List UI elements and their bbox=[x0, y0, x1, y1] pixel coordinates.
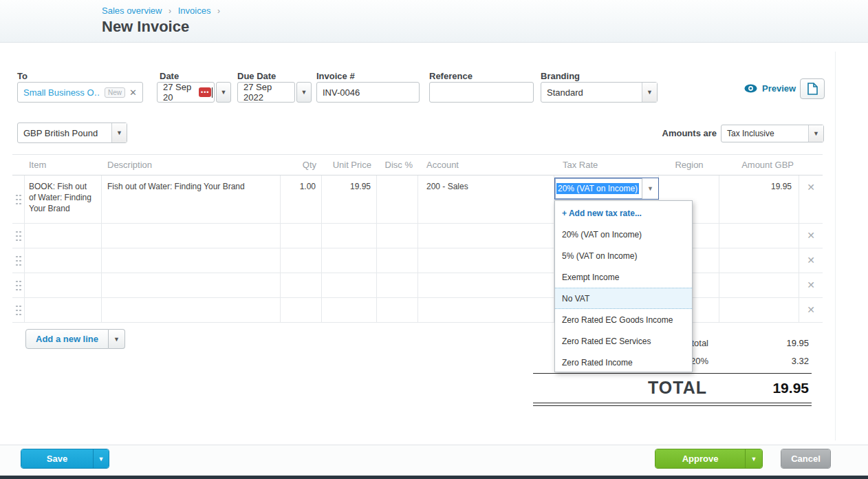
disc-cell[interactable] bbox=[377, 298, 418, 322]
approve-button[interactable]: Approve bbox=[655, 449, 745, 468]
delete-line-button[interactable]: ✕ bbox=[799, 248, 823, 273]
date-label: Date bbox=[160, 71, 179, 81]
drag-handle[interactable] bbox=[12, 273, 25, 297]
description-cell[interactable] bbox=[102, 273, 281, 297]
add-new-line-button[interactable]: Add a new line bbox=[25, 329, 109, 349]
preview-label: Preview bbox=[762, 83, 796, 94]
remove-line-icon: ✕ bbox=[807, 182, 815, 193]
tax-option-exempt-income[interactable]: Exempt Income bbox=[555, 266, 692, 288]
tax-rate-dropdown-list: + Add new tax rate... 20% (VAT on Income… bbox=[554, 200, 693, 372]
tax-option-zero-rated-ec-goods[interactable]: Zero Rated EC Goods Income bbox=[555, 309, 692, 330]
branding-dropdown-arrow[interactable]: ▼ bbox=[642, 83, 657, 102]
breadcrumb-link-sales-overview[interactable]: Sales overview bbox=[102, 6, 162, 16]
tax-option-no-vat[interactable]: No VAT bbox=[555, 288, 692, 309]
disc-cell[interactable] bbox=[377, 224, 418, 248]
col-handle bbox=[12, 155, 25, 175]
delete-line-button[interactable]: ✕ bbox=[799, 273, 823, 297]
add-new-line-button-group: Add a new line ▼ bbox=[25, 329, 125, 349]
print-preview-button[interactable] bbox=[800, 78, 825, 99]
bottom-strip bbox=[0, 476, 868, 479]
amount-cell bbox=[719, 224, 799, 248]
delete-line-button[interactable]: ✕ bbox=[799, 175, 823, 223]
remove-line-icon: ✕ bbox=[807, 230, 815, 241]
save-dropdown-arrow[interactable]: ▼ bbox=[93, 449, 109, 468]
approve-dropdown-arrow[interactable]: ▼ bbox=[745, 449, 762, 468]
cancel-button[interactable]: Cancel bbox=[781, 449, 830, 468]
drag-handle[interactable] bbox=[12, 175, 25, 223]
due-date-input[interactable]: 27 Sep 2022 bbox=[237, 82, 295, 103]
to-label: To bbox=[17, 71, 28, 81]
line-item-row-4: ✕ bbox=[12, 273, 823, 298]
col-amount: Amount GBP bbox=[719, 155, 799, 175]
drag-handle[interactable] bbox=[12, 224, 25, 248]
item-cell[interactable]: BOOK: Fish out of Water: Finding Your Br… bbox=[25, 175, 102, 223]
qty-cell[interactable] bbox=[281, 248, 322, 273]
eye-icon bbox=[744, 84, 757, 93]
breadcrumb-link-invoices[interactable]: Invoices bbox=[178, 6, 211, 16]
item-cell[interactable] bbox=[25, 248, 102, 273]
branding-value: Standard bbox=[547, 87, 583, 98]
currency-dropdown-arrow[interactable]: ▼ bbox=[111, 123, 127, 142]
date-input[interactable]: 27 Sep 20 ••• bbox=[157, 82, 215, 103]
account-cell[interactable] bbox=[418, 273, 554, 297]
qty-cell[interactable] bbox=[281, 273, 322, 297]
item-cell[interactable] bbox=[25, 298, 102, 322]
item-cell[interactable] bbox=[25, 273, 102, 297]
amount-cell: 19.95 bbox=[719, 175, 799, 223]
qty-cell[interactable]: 1.00 bbox=[281, 175, 322, 223]
totals-divider bbox=[533, 373, 812, 374]
tax-option-zero-rated-income[interactable]: Zero Rated Income bbox=[555, 352, 692, 373]
drag-handle[interactable] bbox=[12, 248, 25, 273]
disc-cell[interactable] bbox=[377, 248, 418, 273]
delete-line-button[interactable]: ✕ bbox=[799, 298, 823, 322]
qty-cell[interactable] bbox=[281, 298, 322, 322]
drag-dots-icon bbox=[15, 279, 22, 291]
includes-vat-value: 3.32 bbox=[740, 356, 809, 366]
add-new-line-dropdown-arrow[interactable]: ▼ bbox=[109, 329, 125, 349]
description-cell[interactable]: Fish out of Water: Finding Your Brand bbox=[102, 175, 281, 223]
save-button[interactable]: Save bbox=[21, 449, 93, 468]
tax-rate-combobox[interactable]: 20% (VAT on Income) ▼ bbox=[554, 178, 659, 200]
amounts-are-select[interactable]: Tax Inclusive ▼ bbox=[721, 125, 824, 142]
description-cell[interactable] bbox=[102, 224, 281, 248]
subtotal-value: 19.95 bbox=[740, 338, 809, 348]
total-value: 19.95 bbox=[719, 380, 809, 396]
line-item-row-2: ✕ bbox=[12, 224, 823, 248]
clear-contact-icon[interactable]: ✕ bbox=[129, 87, 137, 98]
unit-price-cell[interactable] bbox=[322, 224, 377, 248]
qty-cell[interactable] bbox=[281, 224, 322, 248]
preview-button[interactable]: Preview bbox=[744, 83, 796, 94]
invoice-number-input[interactable]: INV-0046 bbox=[316, 82, 420, 103]
unit-price-cell[interactable]: 19.95 bbox=[322, 175, 377, 223]
date-picker-arrow[interactable]: ▼ bbox=[216, 82, 231, 103]
page-header: Sales overview › Invoices › New Invoice bbox=[0, 0, 868, 43]
due-date-picker-arrow[interactable]: ▼ bbox=[296, 82, 312, 103]
col-description: Description bbox=[102, 155, 281, 175]
date-value: 27 Sep 20 bbox=[163, 82, 197, 103]
branding-select[interactable]: Standard ▼ bbox=[541, 82, 658, 103]
item-cell[interactable] bbox=[25, 224, 102, 248]
reference-input[interactable] bbox=[429, 82, 534, 103]
drag-handle[interactable] bbox=[12, 298, 25, 322]
to-contact-field[interactable]: Small Business O… New ✕ bbox=[17, 82, 143, 103]
unit-price-cell[interactable] bbox=[322, 273, 377, 297]
unit-price-cell[interactable] bbox=[322, 298, 377, 322]
tax-option-5-vat[interactable]: 5% (VAT on Income) bbox=[555, 245, 692, 266]
add-new-tax-rate-option[interactable]: + Add new tax rate... bbox=[555, 202, 692, 224]
description-cell[interactable] bbox=[102, 298, 281, 322]
tax-option-zero-rated-ec-services[interactable]: Zero Rated EC Services bbox=[555, 330, 692, 352]
delete-line-button[interactable]: ✕ bbox=[799, 224, 823, 248]
tax-option-20-vat[interactable]: 20% (VAT on Income) bbox=[555, 224, 692, 245]
currency-select[interactable]: GBP British Pound ▼ bbox=[17, 123, 127, 143]
account-cell[interactable] bbox=[418, 298, 554, 322]
disc-cell[interactable] bbox=[377, 273, 418, 297]
account-cell[interactable] bbox=[418, 248, 554, 273]
description-cell[interactable] bbox=[102, 248, 281, 273]
unit-price-cell[interactable] bbox=[322, 248, 377, 273]
tax-rate-dropdown-arrow[interactable]: ▼ bbox=[642, 178, 658, 199]
amounts-are-dropdown-arrow[interactable]: ▼ bbox=[808, 125, 823, 142]
account-cell[interactable] bbox=[418, 224, 554, 248]
approve-button-group: Approve ▼ bbox=[655, 449, 763, 469]
disc-cell[interactable] bbox=[377, 175, 418, 223]
account-cell[interactable]: 200 - Sales bbox=[418, 175, 554, 223]
